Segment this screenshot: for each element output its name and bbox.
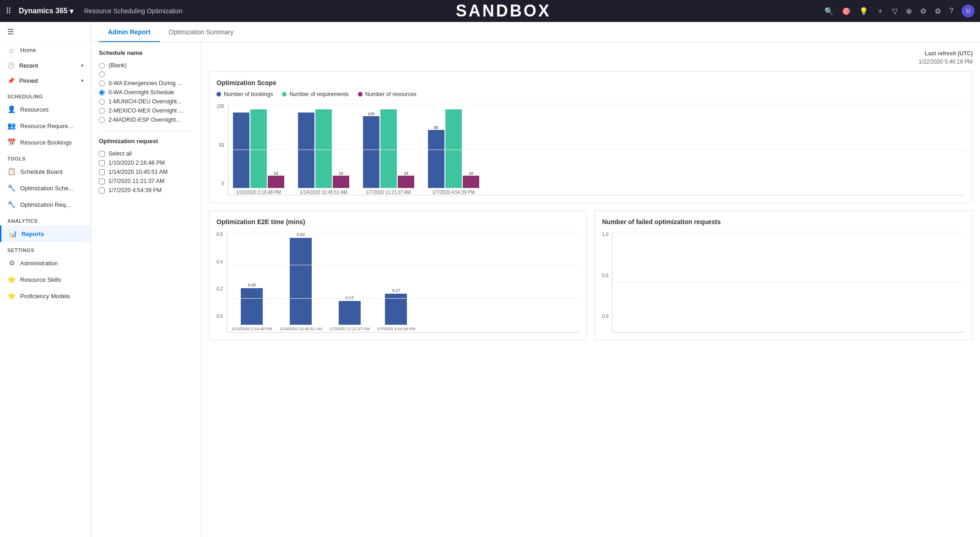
tab-optimization-summary[interactable]: Optimization Summary: [160, 22, 243, 42]
avatar[interactable]: U: [962, 5, 975, 17]
sidebar-item-optimization-req[interactable]: 🔧 Optimization Req...: [0, 196, 91, 213]
sidebar-item-recent[interactable]: 🕐 Recent ▾: [0, 58, 91, 73]
settings-icon[interactable]: ⚙: [920, 7, 926, 16]
pinned-chevron-icon: ▾: [81, 78, 84, 84]
req-checkbox-3[interactable]: 1/7/2020 11:21:37 AM: [99, 177, 194, 186]
e2e-bar-1-xlabel: 1/10/2020 2:16:48 PM: [232, 327, 272, 332]
bar-3-req: [380, 109, 397, 188]
req-checkbox-1[interactable]: 1/10/2020 2:16:48 PM: [99, 158, 194, 167]
schedule-label-munich: 1-MUNICH-DEU Overnight...: [108, 98, 182, 105]
req-checkbox-2[interactable]: 1/14/2020 10:45:51 AM: [99, 167, 194, 177]
bar-3-res-rect: [398, 176, 414, 188]
failed-y-10: 1.0: [602, 232, 609, 237]
e2e-h-line-2: [227, 298, 579, 299]
home-icon: ⌂: [7, 46, 16, 54]
help-icon[interactable]: ?: [949, 7, 953, 15]
sidebar-item-resource-bookings[interactable]: 📅 Resource Bookings: [0, 134, 91, 150]
tab-admin-report[interactable]: Admin Report: [99, 22, 160, 42]
resource-req-icon: 👥: [7, 122, 16, 130]
bar-2-res-label: 18: [339, 171, 343, 176]
scope-chart-card: Optimization Scope Number of bookings Nu…: [209, 71, 973, 203]
schedule-radio-wa-emergencies[interactable]: 0-WA Emergencies During ...: [99, 79, 194, 88]
legend-requirements: Number of requirements: [282, 91, 348, 97]
bar-4-req-rect: [445, 109, 462, 188]
schedule-radio-input-wa-em[interactable]: [99, 81, 105, 86]
sidebar-item-resource-skills[interactable]: ⭐ Resource Skills: [0, 271, 91, 288]
schedule-label-blank: (Blank): [108, 62, 127, 69]
waffle-icon[interactable]: ⠿: [5, 6, 11, 16]
bar-3-res: 18: [398, 171, 414, 188]
bar-3-res-label: 18: [404, 171, 408, 176]
bar-group-4-label: 1/7/2020 4:54:39 PM: [432, 190, 475, 195]
sidebar-item-home[interactable]: ⌂ Home: [0, 42, 91, 58]
filter-icon[interactable]: ▽: [892, 7, 898, 16]
app-name-chevron-icon: ▾: [70, 7, 73, 16]
proficiency-icon: ⭐: [7, 292, 16, 300]
lightbulb-icon[interactable]: 💡: [859, 7, 868, 16]
req-checkbox-input-3[interactable]: [99, 178, 105, 184]
sidebar-toggle[interactable]: ☰: [0, 22, 91, 42]
last-refresh-row: Last refresh (UTC) 1/22/2020 5:46:19 PM: [209, 49, 973, 66]
bar-group-1: 18 1/10/2020 2:16:48 PM: [233, 109, 284, 195]
e2e-bar-2-label: 0.63: [297, 232, 305, 237]
e2e-y-axis: 0.6 0.4 0.2 0.0: [217, 232, 227, 333]
schedule-radio-empty[interactable]: [99, 70, 194, 79]
bar-group-3-bars: 105 18: [363, 109, 414, 188]
main-content: Admin Report Optimization Summary Schedu…: [92, 22, 980, 537]
schedule-radio-madrid[interactable]: 2-MADRID-ESP Overnight...: [99, 115, 194, 124]
schedule-radio-mexico[interactable]: 2-MEXICO-MEX Overnight ...: [99, 106, 194, 115]
failed-y-00: 0.0: [602, 314, 609, 319]
schedule-radio-input-blank[interactable]: [99, 63, 105, 69]
hamburger-icon: ☰: [7, 27, 14, 36]
e2e-bar-2: 0.63 1/14/2020 10:45:51 AM: [279, 232, 322, 332]
schedule-radio-input-mexico[interactable]: [99, 108, 105, 114]
sidebar-item-reports[interactable]: 📊 Reports: [0, 226, 91, 242]
sidebar-item-home-label: Home: [20, 47, 36, 54]
sidebar-item-pinned[interactable]: 📌 Pinned ▾: [0, 73, 91, 88]
schedule-radio-munich[interactable]: 1-MUNICH-DEU Overnight...: [99, 97, 194, 106]
schedule-radio-input-empty[interactable]: [99, 71, 105, 77]
last-refresh-label: Last refresh (UTC): [919, 49, 973, 58]
sidebar-item-admin-label: Administration: [20, 260, 58, 267]
page-title: Resource Scheduling Optimization: [84, 7, 183, 15]
sidebar-item-resources[interactable]: 👤 Resources: [0, 101, 91, 118]
req-label-3: 1/7/2020 11:21:37 AM: [108, 178, 164, 184]
report-area: Schedule name (Blank) 0-WA Emergencies D…: [92, 42, 980, 537]
req-checkbox-input-1[interactable]: [99, 160, 105, 166]
reports-icon: 📊: [9, 230, 17, 238]
req-checkbox-input-4[interactable]: [99, 188, 105, 193]
schedule-radio-input-wa-ov[interactable]: [99, 90, 105, 96]
scope-legend: Number of bookings Number of requirement…: [217, 91, 965, 97]
app-name[interactable]: Dynamics 365 ▾: [19, 7, 73, 16]
nav-icons: 🔍 🎯 💡 ＋ ▽ ⊕ ⚙ ⚙ ? U: [824, 5, 975, 17]
gear-icon[interactable]: ⚙: [935, 7, 941, 16]
bar-1-res: 18: [268, 171, 284, 188]
req-checkbox-4[interactable]: 1/7/2020 4:54:39 PM: [99, 186, 194, 195]
bar-1-bookings: [233, 113, 249, 188]
req-checkbox-input-all[interactable]: [99, 151, 105, 157]
add-icon[interactable]: ＋: [877, 6, 884, 16]
e2e-h-line-1: [227, 265, 579, 265]
schedule-radio-input-munich[interactable]: [99, 99, 105, 105]
req-checkbox-input-2[interactable]: [99, 169, 105, 175]
plus-circle-icon[interactable]: ⊕: [906, 7, 912, 16]
schedule-radio-input-madrid[interactable]: [99, 117, 105, 123]
sidebar-item-resource-requirements[interactable]: 👥 Resource Require...: [0, 118, 91, 134]
sidebar-item-rs-label: Resource Skills: [20, 276, 61, 283]
sidebar: ☰ ⌂ Home 🕐 Recent ▾ 📌 Pinned ▾ Schedulin…: [0, 22, 92, 537]
sidebar-item-proficiency-models[interactable]: ⭐ Proficiency Models: [0, 288, 91, 304]
search-icon[interactable]: 🔍: [824, 7, 834, 16]
req-label-1: 1/10/2020 2:16:48 PM: [108, 160, 165, 166]
bar-1-res-label: 18: [274, 171, 278, 176]
schedule-radio-blank[interactable]: (Blank): [99, 61, 194, 70]
resources-icon: 👤: [7, 105, 16, 113]
schedule-radio-wa-overnight[interactable]: 0-WA Overnight Schedule: [99, 88, 194, 97]
target-icon[interactable]: 🎯: [842, 7, 851, 16]
sidebar-item-administration[interactable]: ⚙ Administration: [0, 255, 91, 271]
sidebar-item-optimization-schedule[interactable]: 🔧 Optimization Sche...: [0, 180, 91, 196]
e2e-chart-card: Optimization E2E time (mins) 0.6 0.4 0.2…: [209, 210, 587, 340]
sidebar-item-schedule-board[interactable]: 📋 Schedule Board: [0, 163, 91, 180]
bar-4-res: 18: [463, 171, 479, 188]
req-checkbox-select-all[interactable]: Select all: [99, 149, 194, 158]
bar-2-res-rect: [333, 176, 349, 188]
